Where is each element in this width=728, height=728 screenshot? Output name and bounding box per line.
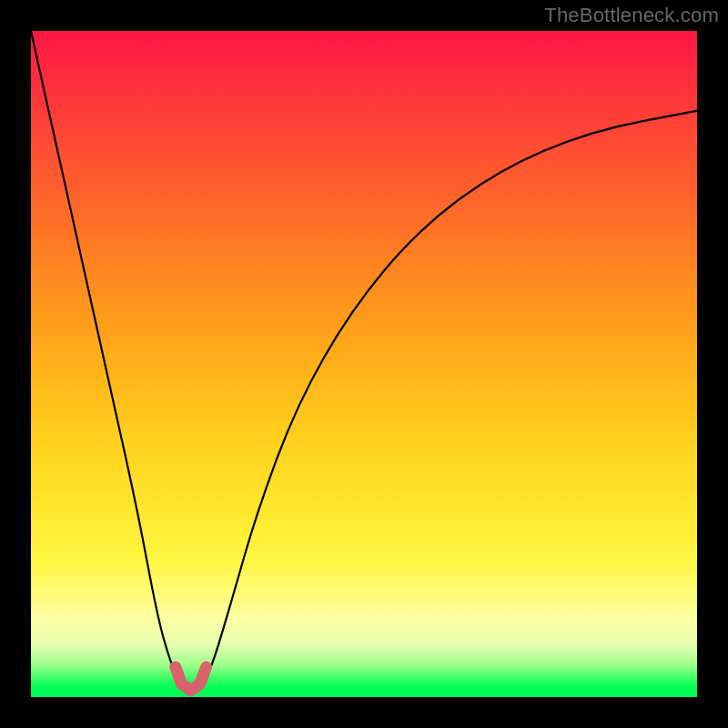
optimal-region-marker [176,667,207,691]
plot-area [31,31,697,697]
bottleneck-curve [31,31,697,689]
watermark-text: TheBottleneck.com [544,4,719,27]
chart-frame: TheBottleneck.com [0,0,728,728]
curve-layer [31,31,697,697]
